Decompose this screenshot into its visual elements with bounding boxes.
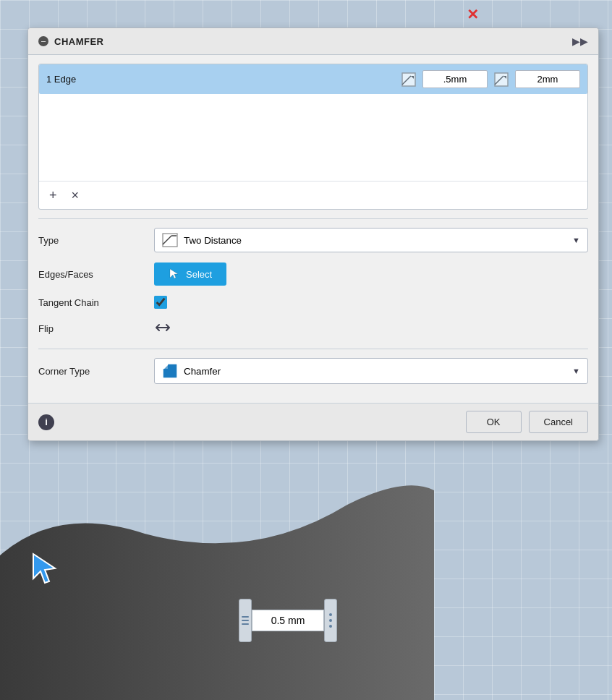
- dialog-title-text: CHAMFER: [54, 36, 104, 47]
- cancel-button[interactable]: Cancel: [529, 411, 588, 433]
- flip-row: Flip: [38, 319, 588, 338]
- edge-empty-area: [39, 94, 587, 181]
- edge-row: 1 Edge: [39, 64, 587, 94]
- footer-buttons: OK Cancel: [466, 411, 588, 433]
- measurement-handle-left[interactable]: [239, 599, 252, 642]
- flip-control: [154, 319, 588, 338]
- chamfer-corner-icon: [162, 363, 178, 379]
- type-dropdown-arrow: ▼: [572, 236, 580, 244]
- type-value-text: Two Distance: [184, 235, 242, 246]
- corner-type-dropdown-container: Chamfer ▼: [154, 358, 588, 384]
- measurement-bar: 0.5 mm: [239, 599, 337, 642]
- form-divider-2: [38, 349, 588, 349]
- type-label: Type: [38, 235, 154, 246]
- corner-type-row: Corner Type Chamfer ▼: [38, 358, 588, 384]
- flip-icon[interactable]: [154, 319, 171, 336]
- form-divider-1: [38, 218, 588, 219]
- svg-marker-10: [170, 269, 178, 278]
- ok-button[interactable]: OK: [466, 411, 522, 433]
- dialog-titlebar: CHAMFER ▶▶: [28, 28, 598, 55]
- edges-faces-label: Edges/Faces: [38, 269, 154, 280]
- dialog-title-icon: [38, 36, 48, 46]
- type-row: Type Two Distance ▼: [38, 228, 588, 252]
- svg-rect-1: [402, 73, 415, 86]
- edges-faces-row: Edges/Faces Select: [38, 262, 588, 286]
- chamfer-input-2[interactable]: [515, 70, 580, 88]
- corner-type-dropdown-arrow: ▼: [572, 367, 580, 375]
- dialog-title-left: CHAMFER: [38, 36, 104, 47]
- tangent-chain-label: Tangent Chain: [38, 297, 154, 308]
- chamfer-dialog: CHAMFER ▶▶ 1 Edge: [27, 27, 599, 441]
- type-dropdown-left: Two Distance: [162, 233, 242, 247]
- measurement-value: 0.5 mm: [252, 610, 324, 631]
- select-btn-container: Select: [154, 262, 588, 286]
- x-marker: ✕: [467, 6, 479, 23]
- dialog-forward-button[interactable]: ▶▶: [572, 35, 588, 47]
- type-dropdown-container: Two Distance ▼: [154, 228, 588, 252]
- chamfer-icon-1: [401, 72, 417, 88]
- svg-marker-0: [33, 554, 55, 583]
- tangent-chain-control: [154, 296, 588, 309]
- edge-label: 1 Edge: [46, 74, 395, 85]
- tangent-chain-row: Tangent Chain: [38, 296, 588, 309]
- add-edge-button[interactable]: +: [46, 187, 60, 203]
- 3d-shape: [0, 447, 434, 700]
- corner-type-value-text: Chamfer: [184, 366, 221, 377]
- two-distance-icon: [162, 233, 178, 247]
- cursor-icon: [27, 548, 64, 588]
- flip-label: Flip: [38, 323, 154, 334]
- measurement-dots[interactable]: [324, 599, 337, 642]
- corner-type-dropdown[interactable]: Chamfer ▼: [154, 358, 588, 384]
- tangent-chain-checkbox[interactable]: [154, 296, 167, 309]
- dialog-footer: i OK Cancel: [28, 403, 598, 440]
- info-button[interactable]: i: [38, 414, 54, 430]
- svg-rect-4: [495, 73, 508, 86]
- dialog-content: 1 Edge + ×: [28, 55, 598, 403]
- select-cursor-icon: [169, 268, 180, 280]
- corner-type-dropdown-left: Chamfer: [162, 363, 221, 379]
- chamfer-icon-2: [493, 72, 509, 88]
- corner-type-label: Corner Type: [38, 366, 154, 377]
- select-label: Select: [186, 269, 212, 280]
- chamfer-input-1[interactable]: [422, 70, 488, 88]
- remove-edge-button[interactable]: ×: [69, 187, 82, 203]
- select-button[interactable]: Select: [154, 262, 226, 286]
- edge-actions: + ×: [39, 181, 587, 209]
- type-dropdown[interactable]: Two Distance ▼: [154, 228, 588, 252]
- edge-table: 1 Edge + ×: [38, 64, 588, 210]
